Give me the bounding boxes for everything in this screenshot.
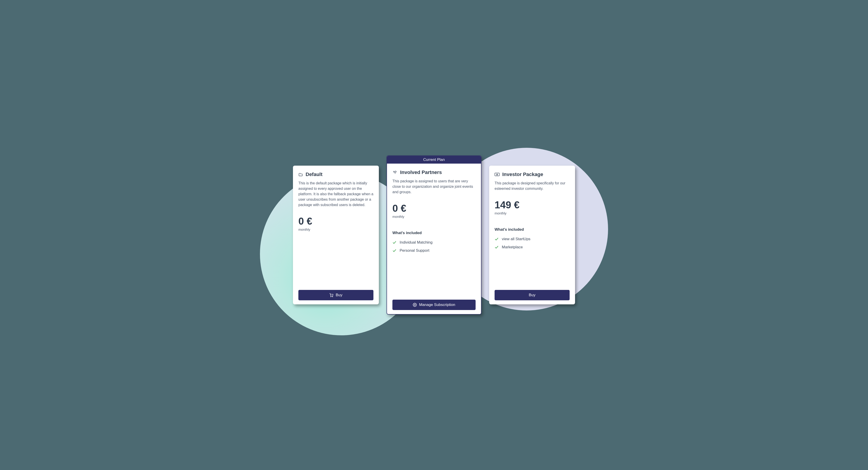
buy-button[interactable]: Buy [495,290,569,300]
cart-icon [329,293,333,297]
pricing-cards-row: Default This is the default package whic… [265,143,603,327]
plan-card-default: Default This is the default package whic… [293,166,379,304]
plan-title: Investor Package [502,171,543,177]
money-icon [495,173,500,176]
folder-icon [298,173,303,177]
cta-label: Buy [336,293,342,297]
feature-label: Personal Support [400,248,429,253]
plan-price: 149 € [495,200,569,210]
check-icon [495,245,499,249]
plan-description: This is the default package which is ini… [298,181,373,208]
plan-title: Default [306,171,322,177]
feature-label: view all StartUps [502,237,530,241]
plan-period: monthly [298,227,373,231]
cta-label: Buy [529,293,535,297]
handshake-icon [393,170,397,175]
feature-item: view all StartUps [495,237,569,241]
current-plan-banner: Current Plan [387,156,481,164]
svg-point-2 [414,304,415,306]
plan-period: monthly [393,215,475,219]
plan-description: This package is designed specifically fo… [495,181,569,191]
plan-description: This package is assigned to users that a… [393,179,475,195]
check-icon [393,241,397,245]
check-icon [393,249,397,253]
plan-price: 0 € [393,203,475,213]
plan-title: Involved Partners [400,169,442,175]
feature-label: Individual Matching [400,240,433,245]
feature-item: Individual Matching [393,240,475,245]
plan-period: monthly [495,211,569,215]
cta-label: Manage Subscription [419,303,455,307]
included-heading: What's included [495,227,569,232]
feature-item: Personal Support [393,248,475,253]
buy-button[interactable]: Buy [298,290,373,300]
plan-card-investor: Investor Package This package is designe… [489,166,575,304]
svg-point-1 [332,296,333,297]
gear-icon [413,303,417,307]
manage-subscription-button[interactable]: Manage Subscription [393,300,475,310]
plan-price: 0 € [298,216,373,226]
feature-label: Marketplace [502,245,523,249]
included-heading: What's included [393,231,475,235]
svg-point-0 [331,296,331,297]
feature-item: Marketplace [495,245,569,249]
check-icon [495,237,499,241]
plan-card-involved-partners: Current Plan Involved Partners This pack… [386,155,482,315]
